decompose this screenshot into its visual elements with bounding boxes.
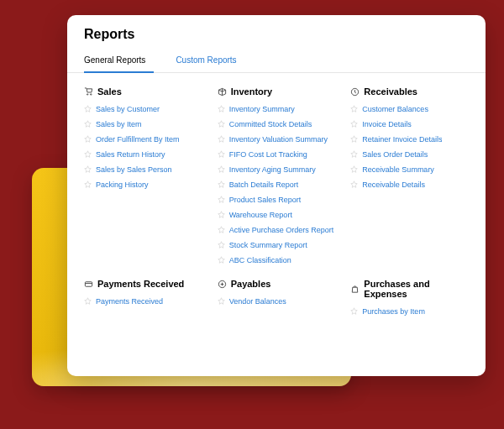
report-receivable-summary[interactable]: Receivable Summary [350, 162, 469, 176]
report-invoice-details[interactable]: Invoice Details [350, 117, 469, 131]
star-icon [84, 165, 92, 173]
star-icon [218, 135, 225, 143]
payments-received-list: Payments Received [84, 294, 202, 308]
report-link-label: Sales Return History [96, 150, 165, 159]
report-receivable-details[interactable]: Receivable Details [350, 177, 469, 191]
tab-custom-reports[interactable]: Custom Reports [176, 49, 244, 72]
report-sales-order-details[interactable]: Sales Order Details [350, 147, 469, 161]
report-link-label: Sales Order Details [362, 150, 428, 159]
report-vendor-balances[interactable]: Vendor Balances [218, 294, 336, 308]
inventory-section: Inventory Inventory Summary Committed St… [218, 86, 336, 267]
report-link-label: Inventory Summary [229, 105, 295, 113]
star-icon [218, 241, 225, 249]
report-link-label: Sales by Customer [96, 105, 160, 113]
bag-icon [350, 285, 360, 294]
report-link-label: Payments Received [96, 297, 163, 306]
report-inventory-summary[interactable]: Inventory Summary [218, 102, 336, 116]
payables-icon [218, 280, 227, 289]
sales-list: Sales by Customer Sales by Item Order Fu… [84, 102, 202, 191]
star-icon [350, 120, 358, 128]
receivables-section: Receivables Customer Balances Invoice De… [350, 86, 469, 267]
report-payments-received[interactable]: Payments Received [84, 294, 202, 308]
report-retainer-invoice[interactable]: Retainer Invoice Details [350, 132, 469, 146]
reports-panel: Reports General Reports Custom Reports S… [67, 15, 486, 376]
report-stock-summary[interactable]: Stock Summary Report [218, 238, 336, 252]
report-warehouse[interactable]: Warehouse Report [218, 207, 336, 222]
purchases-expenses-list: Purchases by Item [350, 304, 469, 318]
star-icon [84, 135, 92, 143]
star-icon [218, 226, 225, 233]
report-link-label: Order Fulfillment By Item [96, 135, 180, 144]
report-link-label: Sales by Item [96, 120, 142, 128]
star-icon [218, 180, 225, 188]
star-icon [218, 211, 225, 218]
report-link-label: FIFO Cost Lot Tracking [229, 150, 307, 159]
report-batch-details[interactable]: Batch Details Report [218, 177, 336, 191]
report-customer-balances[interactable]: Customer Balances [350, 102, 469, 116]
page-title: Reports [84, 27, 469, 42]
section-heading-label: Sales [97, 86, 122, 97]
star-icon [350, 165, 358, 173]
purchases-expenses-section: Purchases and Expenses Purchases by Item [350, 279, 469, 318]
star-icon [218, 256, 225, 264]
star-icon [84, 150, 92, 158]
report-link-label: Retainer Invoice Details [362, 135, 442, 144]
reports-row-2: Payments Received Payments Received Paya… [84, 270, 469, 322]
inventory-heading: Inventory [218, 86, 336, 97]
report-packing-history[interactable]: Packing History [84, 177, 202, 191]
report-link-label: Stock Summary Report [229, 241, 307, 249]
payables-list: Vendor Balances [218, 294, 336, 308]
section-heading-label: Inventory [231, 86, 273, 97]
report-link-label: Invoice Details [362, 120, 412, 128]
receivables-heading: Receivables [350, 86, 469, 97]
star-icon [218, 120, 225, 128]
report-sales-by-customer[interactable]: Sales by Customer [84, 102, 202, 116]
report-abc-classification[interactable]: ABC Classification [218, 253, 336, 267]
tab-bar: General Reports Custom Reports [67, 49, 486, 73]
report-link-label: Committed Stock Details [229, 120, 312, 128]
star-icon [218, 150, 225, 158]
star-icon [350, 135, 358, 143]
report-link-label: Warehouse Report [229, 211, 292, 219]
sales-heading: Sales [84, 86, 202, 97]
receivables-icon [350, 87, 360, 97]
star-icon [84, 120, 92, 128]
payables-section: Payables Vendor Balances [218, 279, 336, 318]
star-icon [350, 105, 358, 112]
report-committed-stock[interactable]: Committed Stock Details [218, 117, 336, 131]
inventory-list: Inventory Summary Committed Stock Detail… [218, 102, 336, 267]
report-product-sales[interactable]: Product Sales Report [218, 192, 336, 207]
star-icon [218, 196, 225, 203]
report-inventory-aging[interactable]: Inventory Aging Summary [218, 162, 336, 176]
report-link-label: Customer Balances [362, 105, 428, 113]
report-link-label: Batch Details Report [229, 180, 299, 189]
report-purchases-by-item[interactable]: Purchases by Item [350, 304, 469, 318]
report-link-label: Active Purchase Orders Report [229, 226, 334, 234]
report-link-label: Sales by Sales Person [96, 165, 172, 174]
star-icon [350, 307, 358, 315]
section-heading-label: Payments Received [97, 279, 184, 289]
report-link-label: Purchases by Item [362, 307, 425, 316]
report-sales-by-sales-person[interactable]: Sales by Sales Person [84, 162, 202, 176]
cart-icon [84, 87, 93, 97]
report-sales-return-history[interactable]: Sales Return History [84, 147, 202, 161]
star-icon [84, 180, 92, 188]
report-link-label: Receivable Details [362, 180, 425, 189]
tab-general-reports[interactable]: General Reports [84, 49, 154, 73]
star-icon [350, 180, 358, 188]
payments-received-heading: Payments Received [84, 279, 202, 289]
report-link-label: Vendor Balances [229, 297, 286, 306]
card-icon [84, 280, 93, 289]
report-link-label: Inventory Aging Summary [229, 165, 316, 174]
section-heading-label: Receivables [364, 86, 417, 97]
report-link-label: Receivable Summary [362, 165, 434, 174]
report-inventory-valuation[interactable]: Inventory Valuation Summary [218, 132, 336, 146]
report-active-purchase-orders[interactable]: Active Purchase Orders Report [218, 222, 336, 237]
purchases-expenses-heading: Purchases and Expenses [350, 279, 469, 299]
report-fifo-cost-lot[interactable]: FIFO Cost Lot Tracking [218, 147, 336, 161]
report-sales-by-item[interactable]: Sales by Item [84, 117, 202, 131]
section-heading-label: Payables [231, 279, 271, 289]
payables-heading: Payables [218, 279, 336, 289]
report-link-label: Packing History [96, 180, 149, 189]
report-order-fulfillment[interactable]: Order Fulfillment By Item [84, 132, 202, 146]
